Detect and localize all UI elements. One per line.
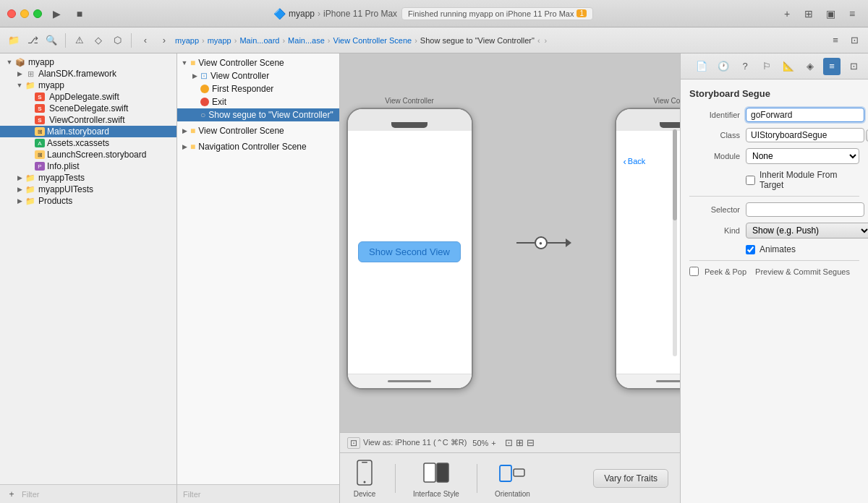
- file-item-myapptests[interactable]: ▶ 📁 myappTests: [0, 172, 176, 184]
- add-button[interactable]: +: [778, 5, 796, 22]
- segue-circle[interactable]: ●: [535, 236, 548, 249]
- file-item-myappuitests[interactable]: ▶ 📁 myappUITests: [0, 184, 176, 195]
- inspector-tab-ruler[interactable]: 📐: [780, 58, 797, 75]
- separator-2: [131, 33, 132, 48]
- inspector-tab-clock[interactable]: 🕐: [715, 58, 732, 75]
- inspector-tab-file[interactable]: 📄: [693, 58, 710, 75]
- orientation-label: Orientation: [495, 490, 530, 498]
- file-item-alansdk[interactable]: ▶ ⊞ AlanSDK.framework: [0, 68, 176, 79]
- canvas-content[interactable]: View Controller Show Second View: [340, 53, 680, 432]
- phone2-top: [616, 109, 681, 131]
- kind-select[interactable]: Show (e.g. Push) Show Detail (e.g. Repla…: [746, 223, 868, 238]
- module-row: Module None: [689, 148, 859, 164]
- show-second-view-button[interactable]: Show Second View: [358, 241, 461, 262]
- find-icon[interactable]: 🔍: [43, 33, 59, 48]
- file-filter-input[interactable]: [22, 490, 171, 499]
- fit-icon[interactable]: ⊡: [505, 437, 513, 448]
- peek-pop-checkbox[interactable]: [689, 267, 699, 276]
- scene-vc-scene2-header[interactable]: ▶ ■ View Controller Scene: [177, 124, 339, 137]
- view-as-icon: ⊡: [347, 437, 360, 449]
- file-tree: ▼ 📦 myapp ▶ ⊞ AlanSDK.framework ▼ 📁 myap…: [0, 53, 176, 484]
- canvas-scrollbar[interactable]: [673, 53, 677, 432]
- list-icon[interactable]: ≡: [827, 33, 843, 48]
- panel-button[interactable]: ▣: [822, 5, 839, 22]
- scene-nav-controller-header[interactable]: ▶ ■ Navigation Controller Scene: [177, 140, 339, 153]
- segue-line-left: [516, 242, 535, 244]
- breadcrumb-mainase[interactable]: Main...ase: [288, 36, 325, 45]
- file-item-mainstoryboard[interactable]: ⊞ Main.storyboard: [0, 126, 176, 137]
- inspector-tab-size[interactable]: ⊡: [845, 58, 862, 75]
- kind-row: Kind Show (e.g. Push) Show Detail (e.g. …: [689, 223, 859, 238]
- scene-first-responder[interactable]: First Responder: [177, 82, 339, 95]
- stop-button[interactable]: ■: [71, 5, 88, 22]
- divider-2: [689, 260, 859, 261]
- animates-checkbox[interactable]: [746, 245, 755, 254]
- divider-1: [689, 196, 859, 197]
- file-item-products[interactable]: ▶ 📁 Products: [0, 195, 176, 207]
- app-name: 🔷 myapp › iPhone 11 Pro Max: [273, 8, 397, 20]
- device-option-interface[interactable]: Interface Style: [413, 458, 459, 498]
- inspector-tab-identity[interactable]: ◈: [801, 58, 819, 75]
- scene-segue-item[interactable]: ○ Show segue to "View Controller": [177, 108, 339, 121]
- nav-back[interactable]: ‹: [137, 33, 153, 48]
- warning-badge[interactable]: 1: [576, 9, 587, 17]
- vcs-icon[interactable]: ⎇: [25, 33, 41, 48]
- breakpoint-icon[interactable]: ◇: [90, 33, 106, 48]
- file-item-assets[interactable]: A Assets.xcassets: [0, 137, 176, 149]
- minimize-button[interactable]: [20, 9, 29, 18]
- add-file-button[interactable]: +: [6, 489, 17, 500]
- nav-forward[interactable]: ›: [156, 33, 172, 48]
- module-select[interactable]: None: [746, 148, 859, 164]
- scene-vc-scene-header[interactable]: ▼ ■ View Controller Scene: [177, 56, 339, 69]
- file-item-viewcontroller[interactable]: S ViewController.swift: [0, 114, 176, 126]
- svg-rect-5: [500, 465, 511, 481]
- inherit-module-checkbox[interactable]: [746, 176, 755, 185]
- file-item-scenedelegate[interactable]: S SceneDelegate.swift: [0, 103, 176, 114]
- phone2-container: View Controller ‹ Back: [615, 97, 681, 390]
- breadcrumb-mainboard[interactable]: Main...oard: [239, 36, 279, 45]
- segue-circle-icon: ●: [539, 240, 542, 246]
- maximize-button[interactable]: [33, 9, 42, 18]
- inspector-toggle[interactable]: ⊡: [846, 33, 862, 48]
- scene-filter-input[interactable]: [183, 490, 333, 499]
- inspector-tab-flag[interactable]: ⚐: [758, 58, 775, 75]
- first-responder-icon: [200, 85, 209, 93]
- file-item-infoplist[interactable]: P Info.plist: [0, 160, 176, 172]
- preview-commit-label: Preview & Commit Segues: [755, 267, 850, 276]
- selector-input[interactable]: [746, 202, 864, 217]
- zoom-out-icon[interactable]: ⊟: [527, 437, 535, 448]
- status-bar: Finished running myapp on iPhone 11 Pro …: [401, 7, 593, 20]
- scene-view-controller[interactable]: ▶ ⊡ View Controller: [177, 69, 339, 82]
- inspector-tab-help[interactable]: ?: [736, 58, 754, 75]
- run-button[interactable]: ▶: [48, 5, 65, 22]
- identifier-input[interactable]: [746, 108, 864, 122]
- device-option-orientation[interactable]: Orientation: [495, 458, 530, 498]
- phone1-notch: [391, 122, 427, 128]
- inspector-button[interactable]: ≡: [843, 5, 861, 22]
- swift-icon-scenedelegate: S: [35, 104, 45, 113]
- folder-icon[interactable]: 📁: [6, 33, 22, 48]
- device-option-device[interactable]: Device: [352, 458, 378, 498]
- orientation-icon: [499, 458, 525, 487]
- scrollbar-thumb[interactable]: [673, 129, 677, 220]
- zoom-plus[interactable]: +: [491, 439, 495, 447]
- scene-navigator: ▼ ■ View Controller Scene ▶ ⊡ View Contr…: [177, 53, 340, 503]
- debug-icon[interactable]: ⬡: [109, 33, 125, 48]
- vary-for-traits-button[interactable]: Vary for Traits: [593, 469, 668, 488]
- warning-icon[interactable]: ⚠: [72, 33, 88, 48]
- breadcrumb-myapp1[interactable]: myapp: [175, 36, 199, 45]
- svg-rect-6: [514, 469, 524, 476]
- layout-button[interactable]: ⊞: [800, 5, 817, 22]
- close-button[interactable]: [7, 9, 16, 18]
- file-item-project[interactable]: ▼ 📦 myapp: [0, 56, 176, 68]
- zoom-in-icon[interactable]: ⊞: [516, 437, 524, 448]
- breadcrumb-vcscene[interactable]: View Controller Scene: [333, 36, 412, 45]
- class-input[interactable]: [746, 128, 864, 142]
- file-item-appdelegate[interactable]: S AppDelegate.swift: [0, 91, 176, 103]
- file-item-myapp-folder[interactable]: ▼ 📁 myapp: [0, 79, 176, 91]
- scene-exit[interactable]: Exit: [177, 95, 339, 108]
- phone1-screen: Show Second View: [348, 131, 472, 374]
- breadcrumb-myapp2[interactable]: myapp: [208, 36, 231, 45]
- file-item-launchscreen[interactable]: ⊞ LaunchScreen.storyboard: [0, 149, 176, 160]
- inspector-tab-attribute[interactable]: ≡: [823, 58, 841, 75]
